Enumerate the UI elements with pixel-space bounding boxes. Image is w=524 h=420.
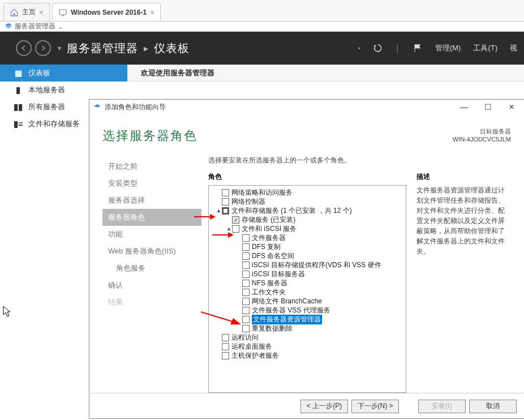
close-icon[interactable]: × (39, 8, 44, 16)
back-button[interactable] (16, 40, 32, 56)
checkbox[interactable] (222, 207, 229, 215)
add-roles-wizard: 添加角色和功能向导 — ☐ ✕ 选择服务器角色 目标服务器 WIN-4JODCV… (89, 99, 524, 419)
wizard-step[interactable]: 开始之前 (102, 158, 201, 175)
tab-home[interactable]: 主页 × (3, 3, 50, 21)
wizard-icon (93, 103, 101, 112)
role-label[interactable]: 网络策略和访问服务 (231, 188, 293, 198)
role-label[interactable]: 文件服务器 (252, 233, 286, 243)
wizard-step[interactable]: 服务器角色 (102, 209, 201, 226)
flag-icon[interactable] (413, 43, 423, 53)
next-button[interactable]: 下一步(N) > (351, 400, 399, 413)
role-label[interactable]: 远程访问 (231, 333, 259, 342)
wizard-step[interactable]: 角色服务 (102, 260, 201, 277)
role-label[interactable]: 远程桌面服务 (231, 342, 272, 352)
role-tree-row[interactable]: ▲文件和存储服务 (1 个已安装 ，共 12 个) (210, 206, 405, 215)
role-label[interactable]: 存储服务 (已安装) (242, 215, 295, 225)
forward-button[interactable] (35, 40, 51, 56)
checkbox[interactable] (242, 234, 250, 242)
checkbox[interactable] (222, 198, 229, 205)
breadcrumb-text: 服务器管理器 (15, 22, 55, 31)
nav-label: 文件和存储服务 (28, 119, 80, 129)
roles-tree[interactable]: 网络策略和访问服务网络控制器▲文件和存储服务 (1 个已安装 ，共 12 个)存… (208, 185, 406, 393)
minimize-button[interactable]: — (452, 100, 476, 114)
breadcrumb-item[interactable]: 仪表板 (154, 41, 190, 56)
svg-rect-0 (59, 10, 66, 15)
checkbox[interactable] (222, 343, 229, 350)
refresh-icon[interactable] (373, 43, 383, 53)
role-label[interactable]: 文件和存储服务 (1 个已安装 ，共 12 个) (231, 206, 352, 216)
wizard-heading: 选择服务器角色 (102, 127, 197, 144)
role-label[interactable]: 工作文件夹 (252, 288, 286, 297)
role-tree-row[interactable]: 远程桌面服务 (210, 342, 405, 351)
storage-icon: ▮≡ (14, 119, 23, 129)
annotation-arrow (212, 231, 235, 239)
role-label[interactable]: 文件服务器资源管理器 (252, 315, 322, 324)
cancel-button[interactable]: 取消 (469, 400, 517, 413)
wizard-step[interactable]: 确认 (102, 277, 201, 294)
role-tree-row[interactable]: iSCSI 目标服务器 (210, 269, 405, 278)
role-label[interactable]: DFS 命名空间 (252, 251, 294, 261)
checkbox[interactable] (242, 271, 250, 278)
roles-pane: 选择要安装在所选服务器上的一个或多个角色。 角色 网络策略和访问服务网络控制器▲… (201, 149, 511, 393)
welcome-banner: 欢迎使用服务器管理器 (127, 65, 524, 82)
wizard-titlebar: 添加角色和功能向导 — ☐ ✕ (89, 99, 524, 115)
role-label[interactable]: 网络控制器 (231, 197, 265, 207)
role-label[interactable]: iSCSI 目标服务器 (252, 269, 305, 279)
role-tree-row[interactable]: DFS 复制 (210, 242, 405, 251)
wizard-step[interactable]: 安装类型 (102, 175, 201, 192)
prev-button[interactable]: < 上一步(P) (300, 400, 348, 413)
role-tree-row[interactable]: ▲文件和 iSCSI 服务 (210, 224, 405, 233)
history-dropdown[interactable]: ▾ (58, 44, 61, 52)
role-tree-row[interactable]: 网络控制器 (210, 197, 405, 206)
role-tree-row[interactable]: 网络文件 BranchCache (210, 297, 405, 306)
checkbox[interactable] (222, 352, 229, 359)
wizard-title: 添加角色和功能向导 (105, 102, 166, 112)
close-button[interactable]: ✕ (500, 100, 523, 114)
breadcrumb-item[interactable]: 服务器管理器 (67, 41, 138, 56)
role-tree-row[interactable]: 网络策略和访问服务 (210, 188, 405, 197)
role-tree-row[interactable]: DFS 命名空间 (210, 251, 405, 260)
checkbox[interactable] (222, 334, 229, 341)
menu-manage[interactable]: 管理(M) (435, 43, 461, 53)
checkbox (232, 216, 239, 224)
nav-local-server[interactable]: ▮ 本地服务器 (0, 82, 127, 98)
menu-tools[interactable]: 工具(T) (473, 43, 497, 53)
home-icon (10, 8, 19, 16)
maximize-button[interactable]: ☐ (476, 100, 500, 114)
wizard-step[interactable]: Web 服务器角色(IIS) (102, 243, 201, 260)
bar-separator: │ (396, 44, 400, 53)
menu-view[interactable]: 视 (510, 43, 517, 53)
role-label[interactable]: iSCSI 目标存储提供程序(VDS 和 VSS 硬件 (252, 260, 381, 270)
role-tree-row[interactable]: 主机保护者服务 (210, 351, 405, 360)
nav-label: 所有服务器 (28, 102, 65, 112)
wizard-body: 开始之前安装类型服务器选择服务器角色功能Web 服务器角色(IIS)角色服务确认… (89, 149, 524, 393)
wizard-step[interactable]: 功能 (102, 226, 201, 243)
role-label[interactable]: 主机保护者服务 (231, 351, 279, 361)
checkbox[interactable] (242, 289, 250, 296)
grid-icon: ▦ (14, 68, 23, 78)
checkbox[interactable] (242, 243, 250, 251)
role-tree-row[interactable]: 文件服务器 (210, 233, 405, 242)
role-tree-row[interactable]: 工作文件夹 (210, 288, 405, 297)
role-label[interactable]: NFS 服务器 (252, 278, 287, 288)
checkbox[interactable] (242, 262, 250, 269)
close-icon[interactable]: × (150, 8, 154, 16)
role-tree-row[interactable]: 远程访问 (210, 333, 405, 342)
tab-server[interactable]: Windows Server 2016-1 × (52, 3, 161, 21)
role-label[interactable]: 重复数据删除 (252, 324, 293, 333)
role-label[interactable]: 文件服务器 VSS 代理服务 (252, 306, 330, 315)
role-tree-row[interactable]: 存储服务 (已安装) (210, 215, 405, 224)
role-tree-row[interactable]: NFS 服务器 (210, 278, 405, 288)
install-button[interactable]: 安装(I) (418, 400, 466, 413)
role-tree-row[interactable]: iSCSI 目标存储提供程序(VDS 和 VSS 硬件 (210, 260, 405, 269)
checkbox[interactable] (242, 298, 250, 305)
role-label[interactable]: 文件和 iSCSI 服务 (242, 224, 297, 234)
role-label[interactable]: 网络文件 BranchCache (252, 297, 322, 306)
role-label[interactable]: DFS 复制 (252, 242, 281, 252)
wizard-step[interactable]: 服务器选择 (102, 192, 201, 209)
checkbox[interactable] (242, 252, 250, 260)
nav-dashboard[interactable]: ▦ 仪表板 (0, 65, 127, 82)
checkbox[interactable] (242, 280, 250, 287)
chevron-down-icon[interactable]: ⌄ (58, 23, 63, 31)
checkbox[interactable] (222, 189, 229, 196)
